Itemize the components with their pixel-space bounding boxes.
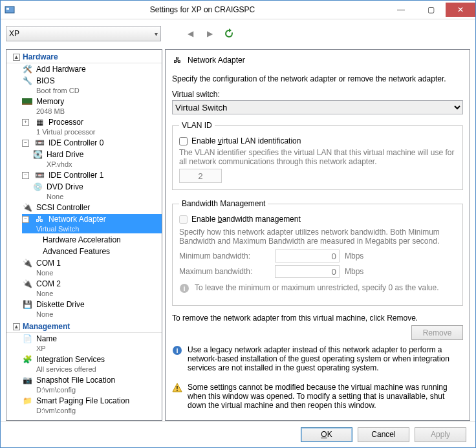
section-management[interactable]: ▴ Management xyxy=(6,319,162,333)
node-paging-sub: D:\vm\config xyxy=(22,406,162,415)
node-com1-sub: None xyxy=(22,268,162,277)
min-bandwidth-unit: Mbps xyxy=(345,251,363,261)
ok-button[interactable]: OK xyxy=(301,427,352,442)
collapse-icon[interactable]: ▴ xyxy=(13,54,20,61)
min-bandwidth-input xyxy=(275,250,340,262)
section-management-label: Management xyxy=(23,322,70,331)
nav-back-button[interactable]: ◀ xyxy=(183,27,197,41)
settings-panel: 🖧 Network Adapter Specify the configurat… xyxy=(165,49,470,421)
svg-rect-2 xyxy=(22,98,32,103)
close-button[interactable]: ✕ xyxy=(446,3,475,17)
com-port-icon: 🔌 xyxy=(22,279,32,289)
dvd-icon: 💿 xyxy=(32,182,43,192)
vlan-enable-checkbox[interactable]: Enable virtual LAN identification xyxy=(179,136,456,145)
paging-icon: 📁 xyxy=(22,396,32,406)
svg-rect-1 xyxy=(6,8,9,10)
titlebar: Settings for XP on CRAIGSPC — ▢ ✕ xyxy=(1,1,475,19)
max-bandwidth-label: Maximum bandwidth: xyxy=(179,267,270,276)
diskette-icon: 💾 xyxy=(22,299,32,310)
node-integration-sub: All services offered xyxy=(22,365,162,374)
node-bios[interactable]: 🔧BIOS Boot from CD xyxy=(6,75,162,96)
processor-icon: ▦ xyxy=(34,117,45,127)
node-com2-sub: None xyxy=(22,289,162,298)
network-icon: 🖧 xyxy=(172,55,182,65)
node-ide1[interactable]: −📼IDE Controller 1 xyxy=(6,169,162,181)
node-processor[interactable]: +▦Processor 1 Virtual processor xyxy=(6,116,162,137)
toolbar: XP ▾ ◀ ▶ xyxy=(1,19,475,45)
node-adv-features[interactable]: Advanced Features xyxy=(6,246,162,257)
node-com2[interactable]: 🔌COM 2 None xyxy=(6,278,162,299)
app-icon xyxy=(5,5,15,15)
controller-icon: 📼 xyxy=(34,170,45,180)
settings-window: Settings for XP on CRAIGSPC — ▢ ✕ XP ▾ ◀… xyxy=(0,0,476,448)
node-scsi[interactable]: 🔌SCSI Controller xyxy=(6,202,162,213)
apply-button: Apply xyxy=(415,427,466,442)
vswitch-select[interactable]: Virtual Switch xyxy=(172,100,463,114)
warning-icon: ! xyxy=(172,383,182,393)
refresh-button[interactable] xyxy=(222,27,236,41)
integration-icon: 🧩 xyxy=(22,354,32,365)
svg-rect-3 xyxy=(22,103,32,105)
cancel-button[interactable]: Cancel xyxy=(358,427,409,442)
svg-text:i: i xyxy=(183,284,185,292)
vlan-help: The VLAN identifier specifies the virtua… xyxy=(179,148,456,166)
expand-icon[interactable]: + xyxy=(22,119,29,126)
node-hard-drive-sub: XP.vhdx xyxy=(32,160,162,169)
section-hardware-label: Hardware xyxy=(23,52,58,61)
node-ide0[interactable]: −📼IDE Controller 0 xyxy=(6,137,162,149)
vlan-legend: VLAN ID xyxy=(179,121,215,130)
node-memory[interactable]: Memory 2048 MB xyxy=(6,96,162,116)
nav-forward-button[interactable]: ▶ xyxy=(202,27,217,41)
collapse-icon[interactable]: ▴ xyxy=(13,323,20,330)
bandwidth-enable-checkbox[interactable]: Enable bandwidth management xyxy=(179,215,456,224)
collapse-icon[interactable]: − xyxy=(22,140,29,147)
bandwidth-help: Specify how this network adapter utilize… xyxy=(179,228,456,246)
chevron-down-icon: ▾ xyxy=(155,30,158,37)
panel-description: Specify the configuration of the network… xyxy=(172,74,463,83)
svg-text:i: i xyxy=(176,347,178,354)
add-hardware-icon: 🛠️ xyxy=(22,64,32,74)
node-add-hardware[interactable]: 🛠️Add Hardware xyxy=(6,63,162,75)
node-dvd-sub: None xyxy=(32,192,162,201)
remove-text: To remove the network adapter from this … xyxy=(172,314,463,323)
node-network-sub: Virtual Switch xyxy=(22,224,162,233)
scsi-icon: 🔌 xyxy=(22,202,32,213)
info-icon: i xyxy=(179,283,189,293)
node-hard-drive[interactable]: 💽Hard Drive XP.vhdx xyxy=(6,149,162,169)
node-hw-accel[interactable]: Hardware Acceleration xyxy=(6,234,162,246)
com-port-icon: 🔌 xyxy=(22,258,32,268)
bandwidth-enable-input xyxy=(179,215,188,224)
node-name-sub: XP xyxy=(22,344,162,353)
bandwidth-tip: To leave the minimum or maximum unrestri… xyxy=(195,283,438,292)
node-bios-sub: Boot from CD xyxy=(22,86,162,95)
dialog-footer: OK Cancel Apply xyxy=(1,421,475,447)
minimize-button[interactable]: — xyxy=(386,3,416,17)
network-icon: 🖧 xyxy=(34,214,45,224)
vm-selector[interactable]: XP ▾ xyxy=(6,26,161,41)
node-diskette[interactable]: 💾Diskette Drive None xyxy=(6,299,162,319)
maximize-button[interactable]: ▢ xyxy=(416,3,446,17)
collapse-icon[interactable]: − xyxy=(22,216,29,223)
vlan-enable-input[interactable] xyxy=(179,137,188,145)
node-dvd-drive[interactable]: 💿DVD Drive None xyxy=(6,181,162,202)
settings-tree[interactable]: ▴ Hardware 🛠️Add Hardware 🔧BIOS Boot fro… xyxy=(6,49,162,421)
info-icon: i xyxy=(172,345,182,356)
name-icon: 📄 xyxy=(22,334,32,344)
min-bandwidth-label: Minimum bandwidth: xyxy=(179,251,270,261)
max-bandwidth-input xyxy=(275,265,340,278)
node-snapshot[interactable]: 📷Snapshot File Location D:\vm\config xyxy=(6,374,162,395)
bandwidth-fieldset: Bandwidth Management Enable bandwidth ma… xyxy=(172,199,463,306)
bandwidth-legend: Bandwidth Management xyxy=(179,199,268,208)
node-name[interactable]: 📄Name XP xyxy=(6,333,162,354)
node-integration[interactable]: 🧩Integration Services All services offer… xyxy=(6,354,162,374)
node-network-adapter[interactable]: −🖧Network Adapter Virtual Switch xyxy=(6,213,162,234)
hard-drive-icon: 💽 xyxy=(32,149,43,160)
collapse-icon[interactable]: − xyxy=(22,172,29,179)
node-com1[interactable]: 🔌COM 1 None xyxy=(6,257,162,278)
section-hardware[interactable]: ▴ Hardware xyxy=(6,50,162,63)
node-paging[interactable]: 📁Smart Paging File Location D:\vm\config xyxy=(6,395,162,416)
svg-text:!: ! xyxy=(176,385,178,392)
vswitch-label: Virtual switch: xyxy=(172,90,463,99)
node-snapshot-sub: D:\vm\config xyxy=(22,385,162,394)
legacy-info-text: Use a legacy network adapter instead of … xyxy=(188,345,463,372)
